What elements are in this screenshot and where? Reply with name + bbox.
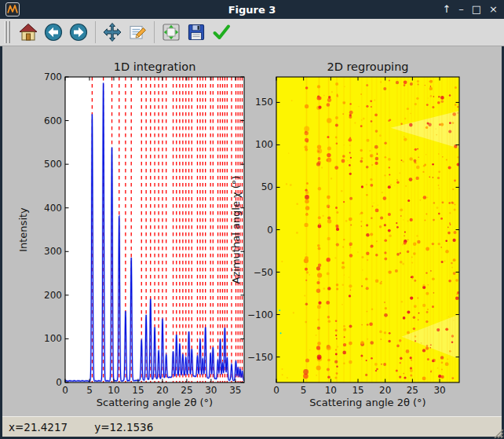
diffraction-spot [430, 371, 432, 373]
diffraction-spot [335, 207, 338, 209]
diffraction-spot [410, 113, 411, 115]
diffraction-spot [404, 136, 405, 137]
diffraction-spot [326, 301, 330, 305]
diffraction-spot [375, 162, 378, 165]
diffraction-spot [384, 313, 388, 317]
diffraction-spot [411, 262, 413, 263]
diffraction-spot [349, 276, 349, 277]
diffraction-spot [417, 298, 418, 299]
diffraction-spot [384, 302, 385, 303]
diffraction-spot [343, 201, 345, 203]
diffraction-spot [360, 93, 362, 95]
plot1-title: 1D integration [114, 60, 196, 73]
diffraction-spot [403, 219, 404, 220]
shade-button[interactable]: ↑ [442, 0, 451, 19]
diffraction-spot [430, 270, 431, 271]
diffraction-spot [381, 338, 382, 340]
diffraction-spot [327, 118, 331, 123]
edit-parameters-button[interactable] [126, 20, 149, 44]
diffraction-spot [449, 222, 451, 224]
diffraction-spot [367, 311, 368, 313]
plots-svg[interactable]: 0510152025303501002003004005006007000510… [2, 46, 502, 416]
diffraction-spot [349, 360, 352, 364]
diffraction-spot [342, 246, 344, 247]
diffraction-spot [317, 273, 322, 277]
forward-button[interactable] [67, 20, 90, 44]
diffraction-spot [361, 225, 363, 227]
save-button[interactable] [184, 20, 208, 44]
back-arrow-icon [43, 22, 64, 42]
y-tick-label: −50 [254, 267, 273, 278]
diffraction-spot [361, 119, 363, 121]
diffraction-spot [318, 106, 321, 109]
y-tick-label: 400 [44, 203, 62, 214]
plot1-xlabel: Scattering angle 2θ (°) [97, 397, 213, 408]
diffraction-spot [305, 359, 309, 363]
diffraction-spot [448, 130, 451, 133]
diffraction-spot [290, 184, 292, 186]
diffraction-spot [366, 184, 367, 185]
close-button[interactable]: × [489, 0, 498, 19]
diffraction-spot [371, 246, 372, 247]
statusbar: x=21.4217 y=12.1536 [2, 416, 502, 437]
diffraction-spot [448, 166, 451, 169]
diffraction-spot [379, 134, 382, 137]
diffraction-spot [327, 376, 331, 379]
y-tick-label: 0 [56, 377, 62, 388]
diffraction-spot [389, 174, 390, 175]
resize-grip[interactable] [491, 426, 503, 438]
diffraction-spot [317, 97, 321, 101]
diffraction-spot [426, 345, 429, 347]
diffraction-spot [374, 145, 378, 149]
diffraction-spot [384, 142, 386, 145]
diffraction-spot [418, 157, 419, 159]
diffraction-spot [422, 304, 425, 307]
diffraction-spot [401, 301, 403, 302]
diffraction-spot [317, 85, 320, 88]
configure-subplots-button[interactable] [159, 20, 183, 44]
diffraction-spot [380, 82, 382, 83]
diffraction-spot [343, 343, 346, 346]
diffraction-spot [336, 228, 339, 231]
diffraction-spot [342, 155, 345, 158]
minimize-button[interactable]: – [458, 0, 464, 19]
diffraction-spot [349, 324, 352, 327]
diffraction-spot [437, 177, 440, 179]
diffraction-spot [413, 243, 416, 246]
diffraction-spot [436, 207, 439, 209]
diffraction-spot [417, 240, 420, 243]
diffraction-spot [317, 244, 320, 247]
pan-button[interactable] [100, 20, 124, 44]
diffraction-spot [432, 243, 434, 245]
diffraction-spot [305, 321, 307, 324]
diffraction-spot [395, 269, 398, 273]
diffraction-spot [344, 145, 345, 145]
apply-check-button[interactable] [210, 20, 233, 44]
diffraction-spot [442, 358, 444, 360]
diffraction-spot [305, 213, 309, 216]
diffraction-spot [415, 335, 416, 337]
home-button[interactable] [16, 20, 40, 44]
diffraction-spot [415, 103, 417, 105]
y-tick-label: 0 [267, 225, 273, 236]
diffraction-spot [360, 125, 363, 127]
titlebar[interactable]: Figure 3 ↑ – □ × [0, 0, 504, 19]
diffraction-spot [327, 346, 331, 350]
y-tick-label: 300 [44, 246, 62, 257]
back-button[interactable] [42, 20, 65, 44]
diffraction-spot [349, 164, 351, 166]
diffraction-spot [414, 305, 417, 308]
diffraction-spot [437, 368, 439, 369]
matplotlib-app-icon [5, 2, 20, 16]
toolbar-grip-handle[interactable] [5, 21, 11, 43]
diffraction-spot [361, 358, 362, 359]
x-tick-label: 20 [156, 385, 168, 396]
diffraction-spot [389, 234, 392, 237]
diffraction-spot [344, 274, 345, 275]
diffraction-spot [372, 206, 374, 207]
diffraction-spot [452, 112, 456, 116]
diffraction-spot [441, 261, 444, 263]
maximize-button[interactable]: □ [472, 0, 481, 19]
diffraction-spot [321, 166, 323, 168]
figure-canvas[interactable]: 0510152025303501002003004005006007000510… [2, 46, 502, 416]
